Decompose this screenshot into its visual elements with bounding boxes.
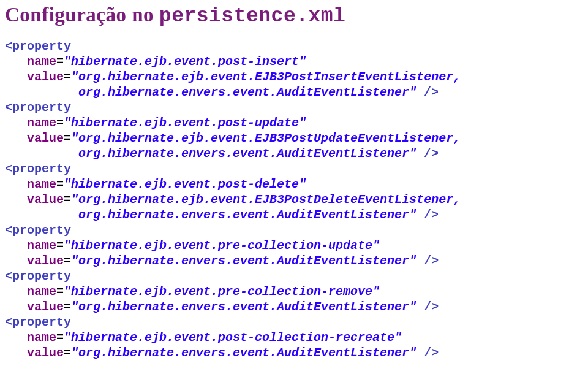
xml-tag-close: /> [417,300,439,314]
xml-attr-value: "hibernate.ejb.event.post-delete" [64,177,306,191]
xml-tag-open: <property [5,101,71,115]
xml-attr-value: "hibernate.ejb.event.post-insert" [64,55,306,69]
xml-attr-value: "org.hibernate.envers.event.AuditEventLi… [71,300,417,314]
xml-attr-value: "hibernate.ejb.event.post-update" [64,116,306,130]
xml-attr-value: org.hibernate.envers.event.AuditEventLis… [5,147,417,161]
xml-tag-open: <property [5,39,71,53]
xml-tag-close: /> [417,346,439,360]
xml-attr-name: name [5,177,56,191]
xml-tag-close: /> [417,208,439,222]
xml-attr-value: "org.hibernate.ejb.event.EJB3PostDeleteE… [71,193,461,207]
xml-attr-name: name [5,285,56,299]
page-title: Configuração no persistence.xml [5,4,583,28]
xml-attr-name: value [5,300,64,314]
xml-attr-name: value [5,131,64,145]
title-code: persistence.xml [159,5,346,28]
xml-attr-name: value [5,254,64,268]
xml-attr-name: name [5,331,56,345]
xml-attr-name: name [5,55,56,69]
xml-tag-close: /> [417,254,439,268]
xml-attr-value: "org.hibernate.ejb.event.EJB3PostUpdateE… [71,131,461,145]
xml-tag-open: <property [5,315,71,329]
xml-tag-open: <property [5,162,71,176]
xml-attr-value: "hibernate.ejb.event.pre-collection-upda… [64,239,380,253]
xml-attr-value: "org.hibernate.ejb.event.EJB3PostInsertE… [71,70,461,84]
xml-code-block: <property name="hibernate.ejb.event.post… [5,39,583,361]
xml-attr-name: name [5,116,56,130]
xml-tag-open: <property [5,223,71,237]
xml-attr-value: org.hibernate.envers.event.AuditEventLis… [5,208,417,222]
xml-tag-open: <property [5,269,71,283]
xml-attr-value: "hibernate.ejb.event.pre-collection-remo… [64,285,380,299]
xml-attr-value: "org.hibernate.envers.event.AuditEventLi… [71,346,417,360]
xml-attr-value: org.hibernate.envers.event.AuditEventLis… [5,85,417,99]
xml-attr-name: value [5,193,64,207]
xml-tag-close: /> [417,85,439,99]
xml-attr-value: "org.hibernate.envers.event.AuditEventLi… [71,254,417,268]
title-prefix: Configuração no [5,4,159,26]
xml-attr-value: "hibernate.ejb.event.post-collection-rec… [64,331,402,345]
xml-attr-name: value [5,70,64,84]
xml-attr-name: value [5,346,64,360]
xml-attr-name: name [5,239,56,253]
xml-tag-close: /> [417,147,439,161]
